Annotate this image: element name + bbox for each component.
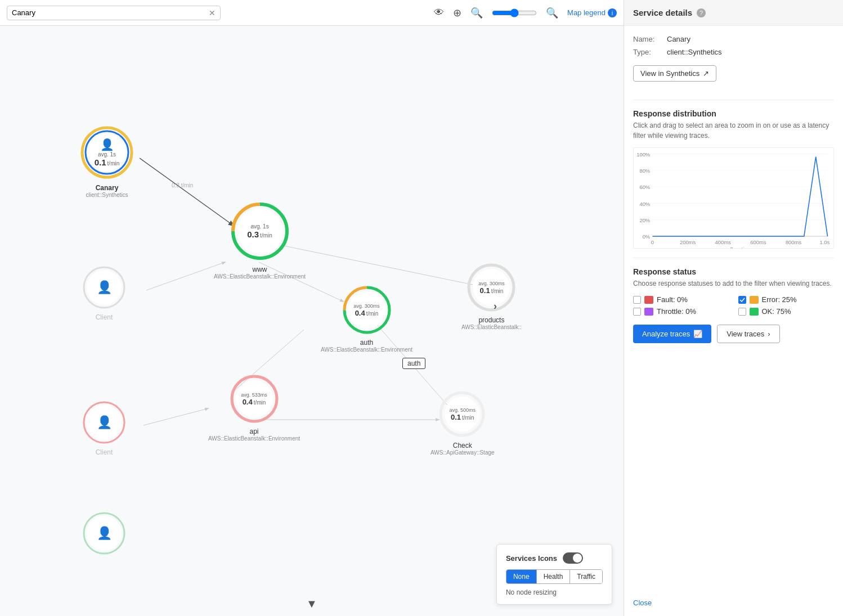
client2-node[interactable]: 👤 Client xyxy=(82,400,127,456)
zoom-out-icon[interactable]: 🔍 xyxy=(470,7,483,19)
products-sublabel: AWS::ElasticBeanstalk:: xyxy=(461,324,522,330)
zoom-range[interactable] xyxy=(492,8,537,17)
divider1 xyxy=(633,100,834,100)
panel-title: Service details xyxy=(633,8,692,17)
view-traces-label: View traces xyxy=(727,330,764,338)
services-icons-toggle[interactable] xyxy=(563,552,583,564)
response-status-title: Response status xyxy=(633,267,834,276)
fault-label: Fault: 0% xyxy=(657,295,688,304)
expand-icon[interactable]: › xyxy=(494,300,497,312)
eye-icon[interactable]: 👁 xyxy=(434,7,444,19)
status-ok: OK: 75% xyxy=(738,307,835,316)
fault-color xyxy=(644,296,653,304)
legend-title: Services Icons xyxy=(506,554,557,563)
error-checkbox[interactable] xyxy=(738,296,746,304)
client3-node[interactable]: 👤 xyxy=(82,511,127,556)
ok-label: OK: 75% xyxy=(762,307,791,316)
view-synthetics-label: View in Synthetics xyxy=(640,69,699,78)
response-dist-chart[interactable]: 100% 80% 60% 40% 20% 0% 0 200ms 400ms xyxy=(633,147,834,249)
type-row: Type: client::Synthetics xyxy=(633,48,834,56)
client2-label: Client xyxy=(96,448,113,456)
search-box[interactable]: ✕ xyxy=(7,6,221,20)
status-throttle: Throttle: 0% xyxy=(633,307,729,316)
auth-tpm-unit: t/min xyxy=(366,311,379,317)
www-tpm-unit: t/min xyxy=(260,232,272,239)
target-icon[interactable]: ⊕ xyxy=(453,7,461,19)
scroll-down-icon[interactable]: ▼ xyxy=(306,597,317,610)
map-canvas: 0.3 t/min 👤 xyxy=(0,26,624,616)
error-color xyxy=(750,296,759,304)
status-fault: Fault: 0% xyxy=(633,295,729,304)
canary-label: Canary xyxy=(96,184,119,192)
canary-tpm-unit: t/min xyxy=(107,160,120,167)
auth-node[interactable]: avg. 300ms 0.4 t/min auth AWS::ElasticBe… xyxy=(321,285,412,353)
toolbar: ✕ 👁 ⊕ 🔍 🔍 Map legend i xyxy=(0,0,624,26)
auth-label-box: auth xyxy=(402,358,425,369)
svg-line-6 xyxy=(146,262,225,290)
auth-label: auth xyxy=(360,339,373,347)
type-value: client::Synthetics xyxy=(667,48,722,56)
svg-line-7 xyxy=(144,408,208,425)
www-tpm: 0.3 xyxy=(247,230,259,239)
products-node[interactable]: avg. 300ms 0.1 t/min products AWS::Elast… xyxy=(461,262,522,330)
action-buttons: Analyze traces 📈 View traces › xyxy=(633,325,834,343)
response-status-desc: Choose response statuses to add to the f… xyxy=(633,278,834,289)
svg-text:0: 0 xyxy=(651,239,654,245)
map-legend-button[interactable]: Map legend i xyxy=(567,8,617,17)
svg-text:80%: 80% xyxy=(639,168,650,174)
auth-tpm: 0.4 xyxy=(355,309,365,317)
client1-node[interactable]: 👤 Client xyxy=(82,265,127,321)
info-icon: i xyxy=(608,8,617,17)
check-tpm-unit: t/min xyxy=(462,415,474,421)
chart-icon: 📈 xyxy=(693,330,702,338)
panel-header: Service details ? xyxy=(624,0,843,26)
view-synthetics-button[interactable]: View in Synthetics ↗ xyxy=(633,65,716,82)
products-tpm-unit: t/min xyxy=(491,288,504,294)
zoom-slider[interactable] xyxy=(492,8,537,17)
name-row: Name: Canary xyxy=(633,35,834,43)
search-clear-icon[interactable]: ✕ xyxy=(209,8,216,17)
toolbar-icons: 👁 ⊕ 🔍 🔍 Map legend i xyxy=(434,7,617,19)
node-resize-label: No node resizing xyxy=(506,588,603,596)
view-traces-button[interactable]: View traces › xyxy=(717,325,779,343)
analyze-label: Analyze traces xyxy=(642,330,690,338)
canary-sublabel: client::Synthetics xyxy=(86,192,128,198)
zoom-in-icon[interactable]: 🔍 xyxy=(546,7,558,19)
name-label: Name: xyxy=(633,35,667,43)
api-tpm: 0.4 xyxy=(243,398,253,406)
name-value: Canary xyxy=(667,35,690,43)
svg-text:200ms: 200ms xyxy=(680,239,696,245)
fault-checkbox[interactable] xyxy=(633,296,641,304)
www-avg: avg. 1s xyxy=(250,223,268,230)
divider2 xyxy=(633,258,834,258)
www-node[interactable]: avg. 1s 0.3 t/min www AWS::ElasticBeanst… xyxy=(214,200,306,280)
api-avg: avg. 533ms xyxy=(241,392,267,398)
chevron-right-icon: › xyxy=(768,330,770,338)
svg-text:800ms: 800ms xyxy=(786,239,801,245)
www-sublabel: AWS::ElasticBeanstalk::Environment xyxy=(214,273,306,280)
check-node[interactable]: avg. 500ms 0.1 t/min Check AWS::ApiGatew… xyxy=(431,390,495,456)
svg-text:0%: 0% xyxy=(643,233,651,240)
canary-node[interactable]: 👤 avg. 1s 0.1 t/min Canary client::Synth… xyxy=(79,124,135,198)
products-label: products xyxy=(478,316,504,324)
btn-none[interactable]: None xyxy=(506,570,537,583)
btn-traffic[interactable]: Traffic xyxy=(570,570,602,583)
error-label: Error: 25% xyxy=(762,295,797,304)
throttle-checkbox[interactable] xyxy=(633,308,641,316)
api-node[interactable]: avg. 533ms 0.4 t/min api AWS::ElasticBea… xyxy=(208,374,300,442)
btn-health[interactable]: Health xyxy=(537,570,571,583)
api-tpm-unit: t/min xyxy=(254,399,266,406)
client1-label: Client xyxy=(96,313,113,321)
analyze-traces-button[interactable]: Analyze traces 📈 xyxy=(633,325,711,343)
check-sublabel: AWS::ApiGateway::Stage xyxy=(431,449,495,456)
ok-checkbox[interactable] xyxy=(738,308,746,316)
type-label: Type: xyxy=(633,48,667,56)
help-icon[interactable]: ? xyxy=(697,8,706,17)
search-input[interactable] xyxy=(12,8,209,17)
view-mode-btn-group: None Health Traffic xyxy=(506,569,603,584)
svg-text:40%: 40% xyxy=(639,201,650,207)
auth-sublabel: AWS::ElasticBeanstalk::Environment xyxy=(321,347,412,353)
svg-text:Duration: Duration xyxy=(730,246,750,248)
products-tpm: 0.1 xyxy=(480,286,490,295)
close-link[interactable]: Close xyxy=(624,590,843,616)
